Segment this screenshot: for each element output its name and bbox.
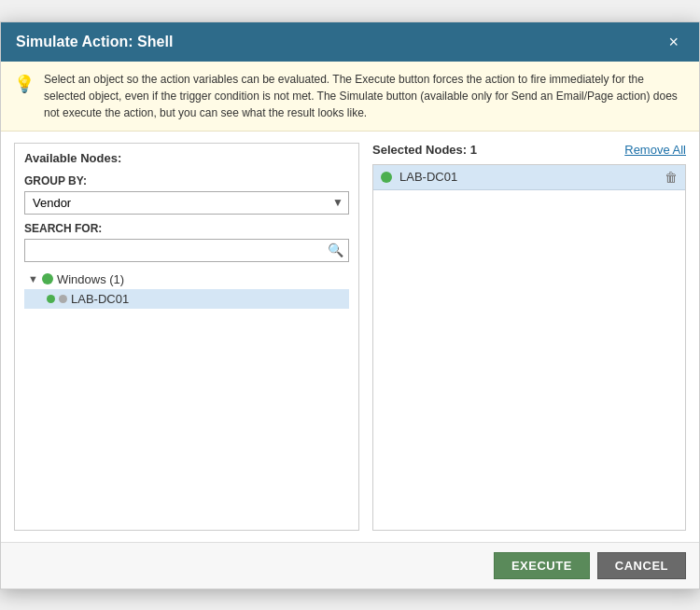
tree-child-row[interactable]: LAB-DC01: [24, 289, 349, 309]
right-panel-header: Selected Nodes: 1 Remove All: [372, 143, 686, 157]
left-panel-inner: GROUP BY: Vendor Type Location ▼ SEARCH …: [15, 165, 358, 530]
available-nodes-label: Available Nodes:: [15, 144, 358, 165]
selected-nodes-panel: Selected Nodes: 1 Remove All LAB-DC01 🗑: [372, 143, 686, 531]
group-by-row: Vendor Type Location ▼: [24, 191, 349, 215]
info-icon: 💡: [14, 72, 35, 97]
tree-child-label: LAB-DC01: [71, 292, 129, 306]
close-button[interactable]: ×: [663, 32, 684, 52]
dialog-footer: EXECUTE CANCEL: [1, 542, 699, 589]
remove-all-button[interactable]: Remove All: [624, 143, 686, 157]
available-nodes-panel: Available Nodes: GROUP BY: Vendor Type L…: [14, 143, 359, 531]
selected-nodes-list: LAB-DC01 🗑: [372, 164, 686, 531]
search-input-wrap: 🔍: [24, 239, 349, 262]
selected-node-row: LAB-DC01 🗑: [373, 165, 685, 190]
tree-group-label: Windows (1): [57, 272, 124, 286]
search-input[interactable]: [24, 239, 349, 262]
group-by-select[interactable]: Vendor Type Location: [24, 191, 349, 215]
selected-node-name: LAB-DC01: [399, 170, 657, 184]
child-status-dot-green: [47, 295, 55, 303]
dialog-header: Simulate Action: Shell ×: [1, 22, 699, 62]
tree-area: ▼ Windows (1) LAB-DC01: [24, 270, 349, 309]
child-status-dot-gray: [59, 295, 67, 303]
cancel-button[interactable]: CANCEL: [597, 552, 686, 579]
info-banner: 💡 Select an object so the action variabl…: [1, 62, 699, 132]
simulate-action-dialog: Simulate Action: Shell × 💡 Select an obj…: [0, 21, 700, 589]
tree-expand-icon: ▼: [28, 273, 38, 284]
info-text: Select an object so the action variables…: [44, 71, 686, 121]
dialog-body: Available Nodes: GROUP BY: Vendor Type L…: [1, 132, 699, 542]
execute-button[interactable]: EXECUTE: [494, 552, 590, 579]
search-label: SEARCH FOR:: [24, 222, 349, 235]
group-status-dot: [42, 273, 53, 284]
delete-node-icon[interactable]: 🗑: [665, 170, 678, 185]
tree-group-row[interactable]: ▼ Windows (1): [24, 270, 349, 289]
search-row: SEARCH FOR: 🔍: [24, 222, 349, 262]
dialog-title: Simulate Action: Shell: [16, 34, 173, 50]
group-by-label: GROUP BY:: [24, 174, 349, 187]
group-by-select-wrap: Vendor Type Location ▼: [24, 191, 349, 215]
selected-node-status-dot: [381, 172, 392, 183]
selected-nodes-label: Selected Nodes: 1: [372, 143, 477, 157]
